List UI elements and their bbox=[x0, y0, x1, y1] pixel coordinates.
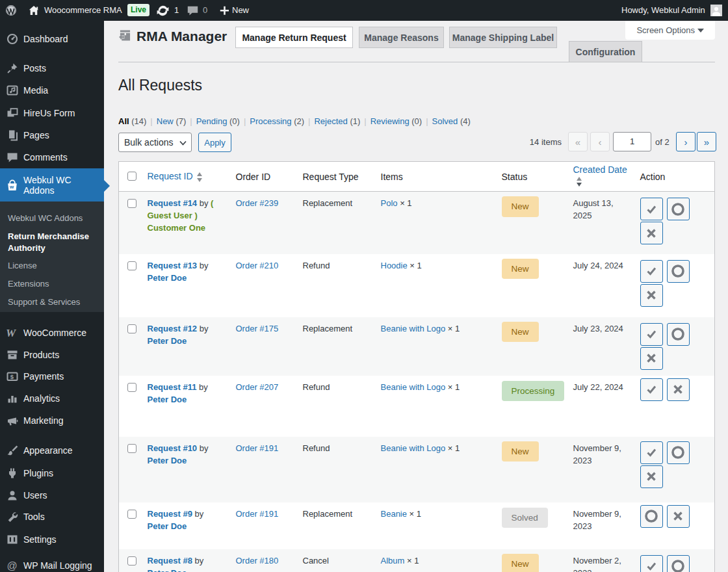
svg-text:@: @ bbox=[7, 560, 18, 571]
svg-text:w: w bbox=[9, 184, 14, 190]
svg-text:$: $ bbox=[10, 373, 14, 380]
svg-text:W: W bbox=[6, 327, 17, 339]
